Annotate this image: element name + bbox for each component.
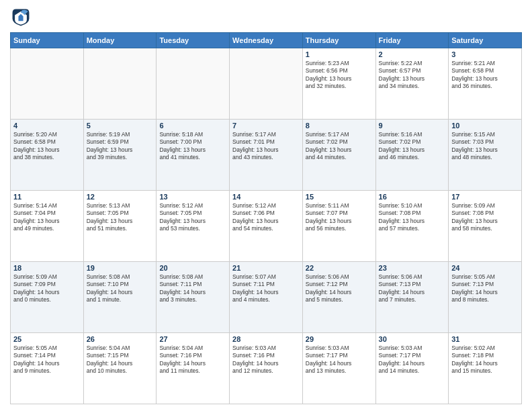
calendar-cell: 14Sunrise: 5:12 AM Sunset: 7:06 PM Dayli… xyxy=(230,191,303,262)
calendar-cell: 22Sunrise: 5:06 AM Sunset: 7:12 PM Dayli… xyxy=(302,262,375,333)
calendar-cell: 29Sunrise: 5:03 AM Sunset: 7:17 PM Dayli… xyxy=(302,333,375,404)
day-info: Sunrise: 5:14 AM Sunset: 7:04 PM Dayligh… xyxy=(13,202,81,233)
day-info: Sunrise: 5:08 AM Sunset: 7:10 PM Dayligh… xyxy=(87,273,154,304)
calendar-cell: 21Sunrise: 5:07 AM Sunset: 7:11 PM Dayli… xyxy=(230,262,303,333)
day-info: Sunrise: 5:17 AM Sunset: 7:01 PM Dayligh… xyxy=(232,131,300,162)
calendar-cell: 19Sunrise: 5:08 AM Sunset: 7:10 PM Dayli… xyxy=(83,262,157,333)
calendar-cell: 4Sunrise: 5:20 AM Sunset: 6:58 PM Daylig… xyxy=(11,120,84,191)
calendar-cell: 27Sunrise: 5:04 AM Sunset: 7:16 PM Dayli… xyxy=(157,333,230,404)
day-number: 15 xyxy=(306,193,373,201)
day-info: Sunrise: 5:23 AM Sunset: 6:56 PM Dayligh… xyxy=(306,60,373,91)
day-info: Sunrise: 5:19 AM Sunset: 6:59 PM Dayligh… xyxy=(87,131,154,162)
day-number: 17 xyxy=(451,193,519,201)
day-number: 4 xyxy=(13,122,81,130)
day-info: Sunrise: 5:05 AM Sunset: 7:13 PM Dayligh… xyxy=(451,273,519,304)
calendar-cell: 26Sunrise: 5:04 AM Sunset: 7:15 PM Dayli… xyxy=(83,333,157,404)
calendar-header-row: SundayMondayTuesdayWednesdayThursdayFrid… xyxy=(11,33,522,48)
day-number: 26 xyxy=(87,335,154,343)
day-info: Sunrise: 5:21 AM Sunset: 6:58 PM Dayligh… xyxy=(451,60,519,91)
day-info: Sunrise: 5:22 AM Sunset: 6:57 PM Dayligh… xyxy=(379,60,446,91)
calendar-week-row: 25Sunrise: 5:05 AM Sunset: 7:14 PM Dayli… xyxy=(11,333,522,404)
calendar-cell: 12Sunrise: 5:13 AM Sunset: 7:05 PM Dayli… xyxy=(83,191,157,262)
calendar-cell: 23Sunrise: 5:06 AM Sunset: 7:13 PM Dayli… xyxy=(375,262,449,333)
day-number: 2 xyxy=(379,50,446,58)
calendar-cell: 11Sunrise: 5:14 AM Sunset: 7:04 PM Dayli… xyxy=(11,191,84,262)
weekday-header: Saturday xyxy=(449,33,522,48)
day-number: 10 xyxy=(451,122,519,130)
day-info: Sunrise: 5:16 AM Sunset: 7:02 PM Dayligh… xyxy=(379,131,446,162)
logo xyxy=(10,7,34,28)
day-info: Sunrise: 5:11 AM Sunset: 7:07 PM Dayligh… xyxy=(306,202,373,233)
day-number: 11 xyxy=(13,193,81,201)
day-info: Sunrise: 5:18 AM Sunset: 7:00 PM Dayligh… xyxy=(159,131,226,162)
day-info: Sunrise: 5:08 AM Sunset: 7:11 PM Dayligh… xyxy=(159,273,226,304)
day-number: 31 xyxy=(451,335,519,343)
day-number: 24 xyxy=(451,264,519,272)
day-info: Sunrise: 5:20 AM Sunset: 6:58 PM Dayligh… xyxy=(13,131,81,162)
day-number: 14 xyxy=(232,193,300,201)
day-info: Sunrise: 5:07 AM Sunset: 7:11 PM Dayligh… xyxy=(232,273,300,304)
day-number: 9 xyxy=(379,122,446,130)
day-number: 22 xyxy=(306,264,373,272)
calendar-week-row: 1Sunrise: 5:23 AM Sunset: 6:56 PM Daylig… xyxy=(11,48,522,120)
calendar-cell xyxy=(157,48,230,120)
calendar-cell: 10Sunrise: 5:15 AM Sunset: 7:03 PM Dayli… xyxy=(449,120,522,191)
calendar-cell: 18Sunrise: 5:09 AM Sunset: 7:09 PM Dayli… xyxy=(11,262,84,333)
calendar-week-row: 11Sunrise: 5:14 AM Sunset: 7:04 PM Dayli… xyxy=(11,191,522,262)
day-number: 21 xyxy=(232,264,300,272)
calendar-cell: 9Sunrise: 5:16 AM Sunset: 7:02 PM Daylig… xyxy=(375,120,449,191)
calendar-cell: 2Sunrise: 5:22 AM Sunset: 6:57 PM Daylig… xyxy=(375,48,449,120)
day-number: 13 xyxy=(159,193,226,201)
calendar-cell: 25Sunrise: 5:05 AM Sunset: 7:14 PM Dayli… xyxy=(11,333,84,404)
calendar-cell: 20Sunrise: 5:08 AM Sunset: 7:11 PM Dayli… xyxy=(157,262,230,333)
day-number: 27 xyxy=(159,335,226,343)
header xyxy=(10,7,522,28)
day-info: Sunrise: 5:04 AM Sunset: 7:15 PM Dayligh… xyxy=(87,345,154,375)
day-number: 6 xyxy=(159,122,226,130)
day-number: 5 xyxy=(87,122,154,130)
weekday-header: Sunday xyxy=(11,33,84,48)
calendar-cell xyxy=(83,48,157,120)
day-info: Sunrise: 5:09 AM Sunset: 7:08 PM Dayligh… xyxy=(451,202,519,233)
weekday-header: Monday xyxy=(83,33,157,48)
day-number: 19 xyxy=(87,264,154,272)
day-number: 7 xyxy=(232,122,300,130)
calendar-week-row: 4Sunrise: 5:20 AM Sunset: 6:58 PM Daylig… xyxy=(11,120,522,191)
page: SundayMondayTuesdayWednesdayThursdayFrid… xyxy=(0,0,532,411)
calendar-cell: 6Sunrise: 5:18 AM Sunset: 7:00 PM Daylig… xyxy=(157,120,230,191)
calendar-cell: 28Sunrise: 5:03 AM Sunset: 7:16 PM Dayli… xyxy=(230,333,303,404)
calendar-cell xyxy=(230,48,303,120)
day-info: Sunrise: 5:03 AM Sunset: 7:17 PM Dayligh… xyxy=(306,345,373,375)
logo-icon xyxy=(10,7,32,28)
day-number: 18 xyxy=(13,264,81,272)
day-info: Sunrise: 5:03 AM Sunset: 7:16 PM Dayligh… xyxy=(232,345,300,375)
day-info: Sunrise: 5:13 AM Sunset: 7:05 PM Dayligh… xyxy=(87,202,154,233)
calendar-cell: 13Sunrise: 5:12 AM Sunset: 7:05 PM Dayli… xyxy=(157,191,230,262)
calendar-cell: 24Sunrise: 5:05 AM Sunset: 7:13 PM Dayli… xyxy=(449,262,522,333)
calendar-cell: 30Sunrise: 5:03 AM Sunset: 7:17 PM Dayli… xyxy=(375,333,449,404)
day-number: 3 xyxy=(451,50,519,58)
day-info: Sunrise: 5:03 AM Sunset: 7:17 PM Dayligh… xyxy=(379,345,446,375)
calendar-cell: 3Sunrise: 5:21 AM Sunset: 6:58 PM Daylig… xyxy=(449,48,522,120)
day-info: Sunrise: 5:17 AM Sunset: 7:02 PM Dayligh… xyxy=(306,131,373,162)
day-number: 28 xyxy=(232,335,300,343)
day-number: 8 xyxy=(306,122,373,130)
weekday-header: Friday xyxy=(375,33,449,48)
day-info: Sunrise: 5:10 AM Sunset: 7:08 PM Dayligh… xyxy=(379,202,446,233)
calendar-cell: 16Sunrise: 5:10 AM Sunset: 7:08 PM Dayli… xyxy=(375,191,449,262)
weekday-header: Tuesday xyxy=(157,33,230,48)
calendar-cell: 15Sunrise: 5:11 AM Sunset: 7:07 PM Dayli… xyxy=(302,191,375,262)
day-number: 20 xyxy=(159,264,226,272)
calendar: SundayMondayTuesdayWednesdayThursdayFrid… xyxy=(10,32,522,404)
day-number: 23 xyxy=(379,264,446,272)
day-info: Sunrise: 5:06 AM Sunset: 7:13 PM Dayligh… xyxy=(379,273,446,304)
calendar-cell: 31Sunrise: 5:02 AM Sunset: 7:18 PM Dayli… xyxy=(449,333,522,404)
calendar-week-row: 18Sunrise: 5:09 AM Sunset: 7:09 PM Dayli… xyxy=(11,262,522,333)
day-number: 16 xyxy=(379,193,446,201)
day-number: 12 xyxy=(87,193,154,201)
day-info: Sunrise: 5:04 AM Sunset: 7:16 PM Dayligh… xyxy=(159,345,226,375)
calendar-cell: 5Sunrise: 5:19 AM Sunset: 6:59 PM Daylig… xyxy=(83,120,157,191)
day-number: 29 xyxy=(306,335,373,343)
weekday-header: Thursday xyxy=(302,33,375,48)
day-info: Sunrise: 5:15 AM Sunset: 7:03 PM Dayligh… xyxy=(451,131,519,162)
